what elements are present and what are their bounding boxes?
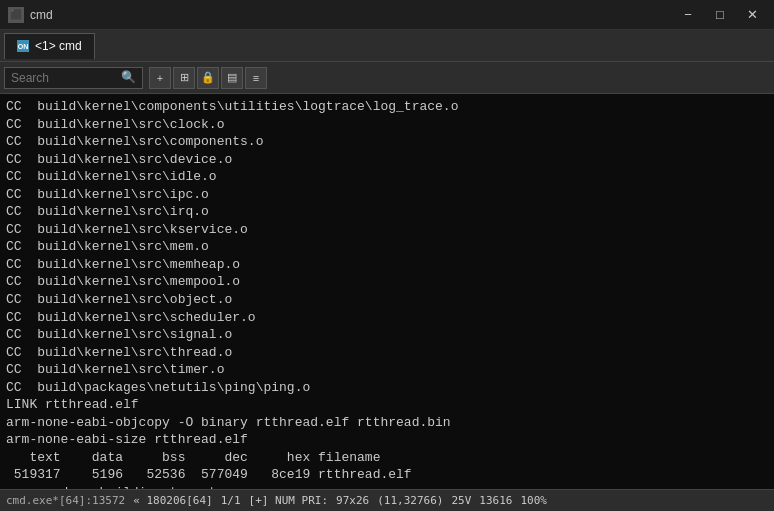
status-flags: [+] NUM PRI: xyxy=(249,494,328,507)
terminal-line: CC build\kernel\src\clock.o xyxy=(6,116,768,134)
terminal-line: CC build\kernel\src\mem.o xyxy=(6,238,768,256)
minimize-button[interactable]: − xyxy=(674,5,702,25)
terminal-line: CC build\kernel\src\device.o xyxy=(6,151,768,169)
terminal-line: CC build\kernel\components\utilities\log… xyxy=(6,98,768,116)
terminal-line: CC build\kernel\src\signal.o xyxy=(6,326,768,344)
terminal-line: LINK rtthread.elf xyxy=(6,396,768,414)
window-controls: − □ ✕ xyxy=(674,5,766,25)
status-fraction: 1/1 xyxy=(221,494,241,507)
lock-button[interactable]: 🔒 xyxy=(197,67,219,89)
close-button[interactable]: ✕ xyxy=(738,5,766,25)
search-input[interactable] xyxy=(11,71,121,85)
status-percent: 100% xyxy=(520,494,547,507)
status-clock: 13616 xyxy=(479,494,512,507)
app-icon: ⬛ xyxy=(8,7,24,23)
terminal-line: CC build\packages\netutils\ping\ping.o xyxy=(6,379,768,397)
status-process: cmd.exe*[64]:13572 xyxy=(6,494,125,507)
toolbar: 🔍 + ⊞ 🔒 ▤ ≡ xyxy=(0,62,774,94)
add-button[interactable]: + xyxy=(149,67,171,89)
terminal-area[interactable]: CC build\kernel\components\utilities\log… xyxy=(0,94,774,489)
terminal-line: CC build\kernel\src\kservice.o xyxy=(6,221,768,239)
status-pos: « 180206[64] xyxy=(133,494,212,507)
terminal-line: CC build\kernel\src\mempool.o xyxy=(6,273,768,291)
terminal-line: CC build\kernel\src\thread.o xyxy=(6,344,768,362)
status-bar: cmd.exe*[64]:13572 « 180206[64] 1/1 [+] … xyxy=(0,489,774,511)
terminal-line: CC build\kernel\src\memheap.o xyxy=(6,256,768,274)
terminal-line: CC build\kernel\src\idle.o xyxy=(6,168,768,186)
terminal-line: arm-none-eabi-objcopy -O binary rtthread… xyxy=(6,414,768,432)
status-voltage: 25V xyxy=(451,494,471,507)
tab-label: <1> cmd xyxy=(35,39,82,53)
panel-button[interactable]: ▤ xyxy=(221,67,243,89)
tab-icon: ON xyxy=(17,40,29,52)
status-coords: 97x26 xyxy=(336,494,369,507)
terminal-line: CC build\kernel\src\ipc.o xyxy=(6,186,768,204)
terminal-line: text data bss dec hex filename xyxy=(6,449,768,467)
search-box[interactable]: 🔍 xyxy=(4,67,143,89)
more-button[interactable]: ≡ xyxy=(245,67,267,89)
terminal-line: CC build\kernel\src\scheduler.o xyxy=(6,309,768,327)
maximize-button[interactable]: □ xyxy=(706,5,734,25)
terminal-line: arm-none-eabi-size rtthread.elf xyxy=(6,431,768,449)
terminal-line: CC build\kernel\src\timer.o xyxy=(6,361,768,379)
search-icon[interactable]: 🔍 xyxy=(121,70,136,85)
tab-cmd[interactable]: ON <1> cmd xyxy=(4,33,95,59)
terminal-line: CC build\kernel\src\irq.o xyxy=(6,203,768,221)
terminal-line: CC build\kernel\src\components.o xyxy=(6,133,768,151)
terminal-line: 519317 5196 52536 577049 8ce19 rtthread.… xyxy=(6,466,768,484)
terminal-line: CC build\kernel\src\object.o xyxy=(6,291,768,309)
status-position: (11,32766) xyxy=(377,494,443,507)
tab-bar: ON <1> cmd xyxy=(0,30,774,62)
grid-button[interactable]: ⊞ xyxy=(173,67,195,89)
title-bar: ⬛ cmd − □ ✕ xyxy=(0,0,774,30)
window-title: cmd xyxy=(30,8,53,22)
